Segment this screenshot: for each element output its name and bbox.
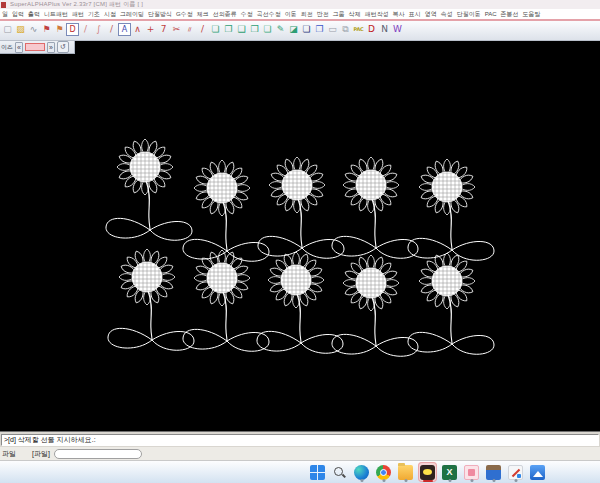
windows-icon (310, 465, 325, 480)
flag-red-icon[interactable]: ⚑ (40, 23, 53, 36)
photos-icon (530, 465, 545, 480)
curve-tool-icon[interactable]: ∫ (92, 23, 105, 36)
angle-tool-icon[interactable]: ∧ (131, 23, 144, 36)
menu-item-26[interactable]: 존봉선 (501, 10, 519, 19)
photos-taskbar-icon[interactable] (528, 462, 547, 482)
running-indicator-dot (492, 479, 495, 482)
panel-icon[interactable]: ▭ (326, 23, 339, 36)
arrow-tool-icon[interactable]: 7 (157, 23, 170, 36)
d-box-icon[interactable]: D (66, 23, 79, 36)
file-name-input[interactable] (54, 449, 142, 459)
menu-item-25[interactable]: PAC (485, 11, 497, 17)
menu-item-12[interactable]: 수정 (241, 10, 253, 19)
size-next-button[interactable]: » (47, 42, 55, 53)
drawing-canvas[interactable] (0, 41, 600, 431)
save-icon[interactable]: ∿ (27, 23, 40, 36)
size-prev-button[interactable]: « (15, 42, 23, 53)
block-e-icon[interactable]: ❏ (261, 23, 274, 36)
photoapp-taskbar-icon[interactable] (462, 462, 481, 482)
n-tool-icon[interactable]: N (378, 23, 391, 36)
menu-item-14[interactable]: 이동 (285, 10, 297, 19)
penapp-taskbar-icon[interactable] (506, 462, 525, 482)
text-tool-icon[interactable]: A (118, 23, 131, 36)
panel-stack-icon[interactable]: ⧉ (339, 23, 352, 36)
menu-item-5[interactable]: 기초 (88, 10, 100, 19)
kakaotalk-taskbar-icon[interactable] (418, 462, 437, 482)
open-folder-icon[interactable]: ▨ (14, 23, 27, 36)
chrome-taskbar-icon[interactable] (374, 462, 393, 482)
parallel-tool-icon[interactable]: // (183, 23, 196, 36)
taskbar (0, 461, 600, 483)
menu-item-0[interactable]: 일 (2, 10, 8, 19)
sunflower-object-8[interactable] (332, 255, 418, 356)
menu-item-21[interactable]: 표시 (409, 10, 421, 19)
sunflower-object-5[interactable] (108, 249, 194, 350)
rotate-tool-icon[interactable]: ↺ (57, 41, 69, 53)
search-taskbar-icon[interactable] (330, 462, 349, 482)
sunflower-object-6[interactable] (183, 250, 269, 351)
menu-item-24[interactable]: 단절이동 (457, 10, 481, 19)
new-file-icon[interactable]: ▢ (1, 23, 14, 36)
toolbar: ▢▨∿⚑⚑D/∫/A∧+7✂///❏❐❑❒❏✎◪❏❐▭⧉PACDNW (0, 21, 600, 41)
menu-item-8[interactable]: 단절방식 (148, 10, 172, 19)
menu-item-3[interactable]: 니트패턴 (44, 10, 68, 19)
running-indicator-dot (382, 479, 385, 482)
menu-item-17[interactable]: 그룹 (333, 10, 345, 19)
line-tool-icon[interactable]: / (79, 23, 92, 36)
pac-icon[interactable]: PAC (352, 23, 365, 36)
block-pencil-icon[interactable]: ✎ (274, 23, 287, 36)
block-c-icon[interactable]: ❑ (235, 23, 248, 36)
w-color-icon[interactable]: W (391, 23, 404, 36)
sunflower-object-2[interactable] (258, 157, 344, 258)
sunflower-object-3[interactable] (332, 157, 418, 258)
scissors-icon[interactable]: ✂ (170, 23, 183, 36)
sunflower-object-9[interactable] (408, 253, 494, 354)
menu-item-13[interactable]: 곡선수정 (257, 10, 281, 19)
block-d-icon[interactable]: ❒ (248, 23, 261, 36)
size-input[interactable] (25, 43, 45, 51)
file-bracket-label: [파일] (32, 449, 50, 459)
excel-taskbar-icon[interactable] (440, 462, 459, 482)
storeapp-taskbar-icon[interactable] (484, 462, 503, 482)
eraser-icon[interactable]: ◪ (287, 23, 300, 36)
menu-item-10[interactable]: 체크 (197, 10, 209, 19)
menu-item-18[interactable]: 삭제 (349, 10, 361, 19)
menu-item-15[interactable]: 회전 (301, 10, 313, 19)
edge-taskbar-icon[interactable] (352, 462, 371, 482)
polyline-tool-icon[interactable]: / (105, 23, 118, 36)
sunflower-object-7[interactable] (257, 252, 343, 353)
block-b-icon[interactable]: ❐ (222, 23, 235, 36)
menu-item-20[interactable]: 복사 (393, 10, 405, 19)
explorer-taskbar-icon[interactable] (396, 462, 415, 482)
d-red-icon[interactable]: D (365, 23, 378, 36)
menu-item-11[interactable]: 선의종류 (213, 10, 237, 19)
command-bar: >[d] 삭제할 선을 지시하세요.: (0, 431, 600, 447)
sunflower-object-0[interactable] (106, 139, 192, 240)
cross-tool-icon[interactable]: + (144, 23, 157, 36)
slash-tool-icon[interactable]: / (196, 23, 209, 36)
menu-item-7[interactable]: 그레이딩 (120, 10, 144, 19)
menu-item-6[interactable]: 시점 (104, 10, 116, 19)
command-input[interactable]: >[d] 삭제할 선을 지시하세요.: (1, 434, 599, 446)
menu-item-27[interactable]: 도움말 (523, 10, 541, 19)
sunflower-object-1[interactable] (183, 160, 269, 261)
flag-orange-icon[interactable]: ⚑ (53, 23, 66, 36)
menu-item-2[interactable]: 출력 (28, 10, 40, 19)
menu-item-4[interactable]: 패턴 (72, 10, 84, 19)
layer-dark-icon[interactable]: ❏ (300, 23, 313, 36)
layer-blue-icon[interactable]: ❐ (313, 23, 326, 36)
excel-icon (442, 465, 457, 480)
size-strip: 이즈 « » ↺ (0, 41, 75, 54)
windows-taskbar-icon[interactable] (308, 462, 327, 482)
sunflower-object-4[interactable] (408, 159, 494, 260)
menu-item-16[interactable]: 반전 (317, 10, 329, 19)
menu-item-19[interactable]: 패턴작성 (365, 10, 389, 19)
menu-item-9[interactable]: G수정 (176, 10, 193, 19)
chrome-icon (376, 465, 391, 480)
menu-item-22[interactable]: 영역 (425, 10, 437, 19)
block-a-icon[interactable]: ❏ (209, 23, 222, 36)
edge-icon (354, 465, 369, 480)
menu-item-1[interactable]: 입력 (12, 10, 24, 19)
menu-item-23[interactable]: 속성 (441, 10, 453, 19)
penapp-icon (508, 465, 523, 480)
